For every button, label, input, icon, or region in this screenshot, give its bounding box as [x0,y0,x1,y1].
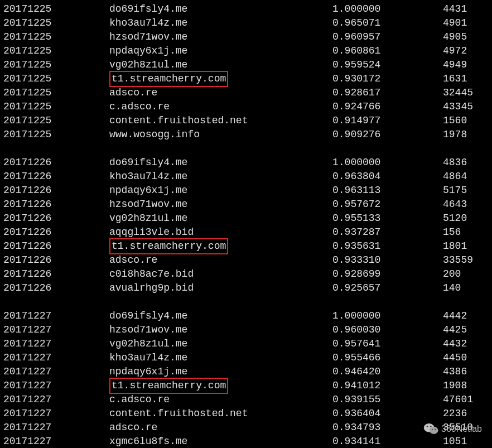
score-cell: 1.000000 [332,309,443,323]
count-cell: 4864 [443,170,467,184]
domain-cell: c.adsco.re [109,100,332,114]
count-cell: 32445 [443,86,473,100]
table-row: 20171225do69ifsly4.me1.0000004431 [3,2,489,16]
svg-point-5 [435,429,436,430]
domain-cell: vg02h8z1ul.me [109,337,332,351]
count-cell: 4643 [443,197,467,211]
date-cell: 20171225 [3,58,109,72]
domain-cell: aqqgli3vle.bid [109,225,332,239]
wechat-icon [423,422,439,436]
score-cell: 0.959524 [332,58,443,72]
terminal-output: 20171225do69ifsly4.me1.00000044312017122… [3,2,489,448]
svg-point-1 [430,427,438,434]
table-row: 20171226avualrhg9p.bid0.925657140 [3,281,489,295]
count-cell: 1631 [443,72,467,86]
count-cell: 4431 [443,2,467,16]
score-cell: 0.963113 [332,184,443,197]
table-row: 20171226kho3au7l4z.me0.9638044864 [3,170,489,184]
domain-cell: t1.streamcherry.com [109,238,332,254]
domain-cell: vg02h8z1ul.me [109,211,332,225]
count-cell: 4386 [443,365,467,379]
table-row: 20171227hzsod71wov.me0.9600304425 [3,323,489,337]
table-row: 20171225kho3au7l4z.me0.9650714901 [3,16,489,30]
count-cell: 4836 [443,156,467,170]
domain-cell: c.adsco.re [109,393,332,407]
date-cell: 20171226 [3,225,109,239]
highlight-box: t1.streamcherry.com [109,238,228,254]
domain-cell: adsco.re [109,253,332,267]
watermark-text: 360Netlab [441,423,482,435]
domain-cell: content.fruithosted.net [109,114,332,128]
count-cell: 2236 [443,407,467,421]
date-cell: 20171225 [3,100,109,114]
score-cell: 0.928699 [332,267,443,281]
table-row: 20171226c0i8h8ac7e.bid0.928699200 [3,267,489,281]
table-row: 20171227content.fruithosted.net0.9364042… [3,407,489,421]
date-cell: 20171227 [3,323,109,337]
count-cell: 4905 [443,30,467,44]
date-cell: 20171227 [3,421,109,435]
count-cell: 1560 [443,114,467,128]
count-cell: 1908 [443,379,467,393]
score-cell: 0.934141 [332,435,443,448]
domain-cell: kho3au7l4z.me [109,351,332,365]
score-cell: 0.957641 [332,337,443,351]
domain-cell: npdaqy6x1j.me [109,365,332,379]
domain-cell: hzsod71wov.me [109,30,332,44]
score-cell: 0.960030 [332,323,443,337]
count-cell: 200 [443,267,461,281]
domain-cell: npdaqy6x1j.me [109,44,332,58]
count-cell: 4450 [443,351,467,365]
score-cell: 0.936404 [332,407,443,421]
score-cell: 0.960861 [332,44,443,58]
score-cell: 0.965071 [332,16,443,30]
date-cell: 20171227 [3,435,109,448]
group-spacer [3,295,489,309]
date-cell: 20171226 [3,211,109,225]
score-cell: 0.935631 [332,239,443,253]
domain-cell: vg02h8z1ul.me [109,58,332,72]
table-row: 20171227t1.streamcherry.com0.9410121908 [3,379,489,393]
count-cell: 47601 [443,393,473,407]
date-cell: 20171227 [3,351,109,365]
count-cell: 4442 [443,309,467,323]
score-cell: 1.000000 [332,2,443,16]
date-cell: 20171226 [3,197,109,211]
count-cell: 156 [443,225,461,239]
date-cell: 20171226 [3,239,109,253]
score-cell: 0.909276 [332,128,443,142]
count-cell: 5120 [443,211,467,225]
table-row: 20171226t1.streamcherry.com0.9356311801 [3,239,489,253]
score-cell: 0.937287 [332,225,443,239]
date-cell: 20171227 [3,365,109,379]
date-cell: 20171225 [3,72,109,86]
date-cell: 20171227 [3,337,109,351]
table-row: 20171225content.fruithosted.net0.9149771… [3,114,489,128]
count-cell: 33559 [443,253,473,267]
svg-point-2 [427,426,428,427]
table-row: 20171226vg02h8z1ul.me0.9551335120 [3,211,489,225]
domain-cell: do69ifsly4.me [109,156,332,170]
svg-point-3 [430,426,431,427]
date-cell: 20171225 [3,16,109,30]
score-cell: 0.930172 [332,72,443,86]
domain-cell: adsco.re [109,86,332,100]
table-row: 20171225npdaqy6x1j.me0.9608614972 [3,44,489,58]
score-cell: 0.939155 [332,393,443,407]
watermark: 360Netlab [423,422,482,436]
table-row: 20171227xgmc6lu8fs.me0.9341411051 [3,435,489,448]
domain-cell: avualrhg9p.bid [109,281,332,295]
highlight-box: t1.streamcherry.com [109,71,228,87]
date-cell: 20171225 [3,114,109,128]
date-cell: 20171226 [3,281,109,295]
count-cell: 4425 [443,323,467,337]
date-cell: 20171225 [3,128,109,142]
score-cell: 0.941012 [332,379,443,393]
score-cell: 0.914977 [332,114,443,128]
score-cell: 1.000000 [332,156,443,170]
domain-cell: do69ifsly4.me [109,2,332,16]
table-row: 20171227do69ifsly4.me1.0000004442 [3,309,489,323]
domain-cell: do69ifsly4.me [109,309,332,323]
table-row: 20171226adsco.re0.93331033559 [3,253,489,267]
table-row: 20171227c.adsco.re0.93915547601 [3,393,489,407]
